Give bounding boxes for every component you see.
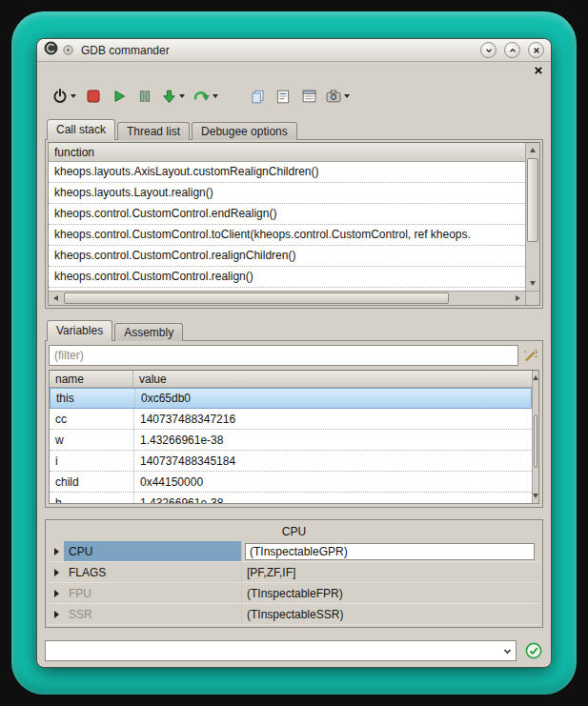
cpu-register-group[interactable]: FPU xyxy=(64,583,241,603)
filter-input[interactable] xyxy=(49,345,518,366)
cpu-value-cell: (TInspectableGPR) xyxy=(241,541,539,561)
variable-row-w[interactable]: w1.43266961e-38 xyxy=(50,430,532,451)
watch-button[interactable] xyxy=(298,85,319,108)
copy-button[interactable] xyxy=(247,85,268,108)
app-icon xyxy=(44,41,58,59)
variable-row-i[interactable]: i140737488345184 xyxy=(50,451,532,472)
callstack-row[interactable]: kheops.layouts.Layout.realign() xyxy=(49,183,525,204)
scroll-track[interactable] xyxy=(533,385,538,489)
minimize-button[interactable] xyxy=(480,42,497,58)
expand-arrow-icon[interactable] xyxy=(49,590,64,597)
command-combobox[interactable] xyxy=(45,640,517,661)
tab-debugee-options[interactable]: Debugee options xyxy=(192,122,297,140)
wand-icon[interactable] xyxy=(522,348,539,363)
step-into-icon xyxy=(162,90,176,104)
callstack-vscrollbar[interactable] xyxy=(525,143,539,291)
execute-command-button[interactable] xyxy=(524,642,543,659)
pause-button[interactable] xyxy=(134,85,155,108)
report-button[interactable] xyxy=(273,85,294,108)
column-header-value[interactable]: value xyxy=(133,371,532,387)
scroll-track[interactable] xyxy=(63,292,511,305)
cpu-row-fpu[interactable]: FPU(TInspectableFPR) xyxy=(49,583,539,604)
callstack-hscrollbar[interactable] xyxy=(49,291,525,305)
cpu-rows: CPU(TInspectableGPR)FLAGS[PF,ZF,IF]FPU(T… xyxy=(49,541,539,625)
scroll-left-button[interactable] xyxy=(49,292,63,305)
column-header-name[interactable]: name xyxy=(50,371,133,387)
dropdown-caret-icon[interactable] xyxy=(213,94,218,98)
variables-pane: name value this0xc65db0cc140737488347216… xyxy=(45,340,543,508)
window-menu-icon[interactable] xyxy=(63,42,73,59)
cpu-value-cell: (TInspectableFPR) xyxy=(241,583,539,603)
expand-arrow-icon[interactable] xyxy=(49,548,64,555)
callstack-column-header[interactable]: function xyxy=(49,143,525,162)
filter-row xyxy=(49,344,539,367)
scroll-thumb[interactable] xyxy=(534,414,537,469)
expand-arrow-icon[interactable] xyxy=(49,569,64,576)
callstack-row[interactable]: kheops.control.CustomControl.realign() xyxy=(49,267,525,288)
scroll-up-button[interactable] xyxy=(526,143,539,157)
dropdown-caret-icon[interactable] xyxy=(344,94,350,98)
stop-button[interactable] xyxy=(83,85,104,108)
callstack-tabs: Call stackThread listDebugee options xyxy=(45,119,543,140)
scroll-track[interactable] xyxy=(526,157,539,276)
callstack-row[interactable]: kheops.control.CustomControl.toClient(kh… xyxy=(49,225,525,246)
maximize-button[interactable] xyxy=(504,42,520,58)
cpu-row-cpu[interactable]: CPU(TInspectableGPR) xyxy=(49,541,539,562)
tab-variables[interactable]: Variables xyxy=(47,320,112,341)
scroll-down-button[interactable] xyxy=(526,276,539,291)
scroll-down-button[interactable] xyxy=(533,489,538,503)
run-button[interactable] xyxy=(109,85,130,108)
step-into-button[interactable] xyxy=(160,85,187,108)
callstack-pane: function kheops.layouts.AxisLayout.custo… xyxy=(45,139,543,309)
snapshot-button[interactable] xyxy=(324,85,352,108)
variable-name: cc xyxy=(50,409,133,429)
scroll-thumb[interactable] xyxy=(64,292,449,304)
desktop-background: GDB commander Call stackThread listDe xyxy=(0,0,588,706)
dock-close-button[interactable] xyxy=(534,62,543,79)
step-over-icon xyxy=(193,90,210,104)
variable-row-this[interactable]: this0xc65db0 xyxy=(50,388,532,409)
snapshot-icon xyxy=(326,90,341,103)
cpu-register-group[interactable]: SSR xyxy=(64,604,241,624)
toolbar xyxy=(37,79,551,113)
variable-row-child[interactable]: child0x44150000 xyxy=(50,472,532,493)
dock-content: Call stackThread listDebugee options fun… xyxy=(37,113,551,667)
tab-assembly[interactable]: Assembly xyxy=(114,323,183,341)
cpu-row-ssr[interactable]: SSR(TInspectableSSR) xyxy=(49,604,539,625)
combobox-dropdown-button[interactable] xyxy=(498,641,516,660)
cpu-value: (TInspectableSSR) xyxy=(245,608,343,621)
variable-value: 140737488347216 xyxy=(133,409,532,429)
titlebar[interactable]: GDB commander xyxy=(37,39,551,62)
cpu-value[interactable]: (TInspectableGPR) xyxy=(245,543,535,560)
scroll-up-button[interactable] xyxy=(533,371,538,385)
cpu-value: (TInspectableFPR) xyxy=(245,587,343,600)
power-button[interactable] xyxy=(51,85,78,108)
variables-listview: name value this0xc65db0cc140737488347216… xyxy=(49,370,539,504)
dropdown-caret-icon[interactable] xyxy=(179,94,185,98)
command-input[interactable] xyxy=(46,644,498,657)
variables-vscrollbar[interactable] xyxy=(532,371,538,503)
variable-name: child xyxy=(50,472,133,492)
cpu-row-flags[interactable]: FLAGS[PF,ZF,IF] xyxy=(49,562,539,583)
scroll-right-button[interactable] xyxy=(511,292,525,305)
command-bar xyxy=(45,639,543,662)
scroll-thumb[interactable] xyxy=(527,158,538,242)
step-over-button[interactable] xyxy=(192,85,220,108)
callstack-row[interactable]: kheops.layouts.AxisLayout.customRealignC… xyxy=(49,162,525,183)
tab-thread-list[interactable]: Thread list xyxy=(117,122,190,140)
chevron-down-icon xyxy=(502,646,513,656)
callstack-row[interactable]: kheops.control.CustomControl.realignChil… xyxy=(49,246,525,267)
variable-row-cc[interactable]: cc140737488347216 xyxy=(50,409,532,430)
variables-table: name value this0xc65db0cc140737488347216… xyxy=(50,371,532,503)
variable-row-b[interactable]: b1.43266961e-38 xyxy=(50,493,532,503)
dropdown-caret-icon[interactable] xyxy=(71,94,76,98)
screen-frame: GDB commander Call stackThread listDe xyxy=(11,11,577,695)
tab-call-stack[interactable]: Call stack xyxy=(47,119,115,140)
variable-name: b xyxy=(50,493,133,503)
cpu-register-group[interactable]: CPU xyxy=(64,541,241,561)
close-button[interactable] xyxy=(528,42,544,58)
callstack-row[interactable]: kheops.control.CustomControl.endRealign(… xyxy=(49,204,525,225)
arrow-right-icon xyxy=(516,295,520,301)
expand-arrow-icon[interactable] xyxy=(49,611,64,618)
cpu-register-group[interactable]: FLAGS xyxy=(64,562,241,582)
